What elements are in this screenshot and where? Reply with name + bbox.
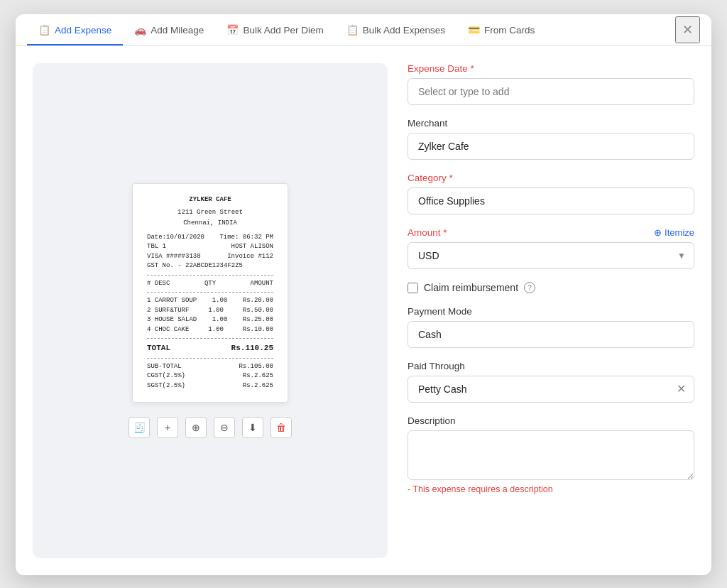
add-mileage-icon: 🚗 bbox=[134, 24, 146, 36]
amount-label-row: Amount * ⊕ Itemize bbox=[408, 227, 694, 238]
currency-select[interactable]: USD EUR GBP INR bbox=[408, 242, 694, 269]
receipt-address2: Chennai, INDIA bbox=[147, 219, 273, 229]
add-receipt-button[interactable]: + bbox=[157, 417, 178, 438]
category-group: Category * bbox=[408, 173, 694, 214]
receipt-sgst-value: Rs.2.625 bbox=[243, 381, 273, 391]
receipt-divider-4 bbox=[147, 358, 273, 359]
receipt-item-2: 2 SURF&TURF 1.00 Rs.50.00 bbox=[147, 306, 273, 316]
receipt-date-time: Date:10/01/2020 Time: 06:32 PM bbox=[147, 233, 273, 243]
tab-bulk-add-expenses[interactable]: 📋 Bulk Add Expenses bbox=[335, 14, 457, 45]
bulk-expenses-icon: 📋 bbox=[346, 24, 359, 36]
receipt-restaurant: ZYLKER CAFE bbox=[147, 195, 273, 205]
category-label: Category * bbox=[408, 173, 694, 183]
payment-mode-label: Payment Mode bbox=[408, 306, 694, 317]
receipt-view-button[interactable]: 🧾 bbox=[129, 417, 150, 438]
payment-mode-group: Payment Mode bbox=[408, 306, 694, 348]
claim-reimbursement-group: Claim reimbursement ? bbox=[408, 282, 694, 293]
itemize-link[interactable]: ⊕ Itemize bbox=[654, 227, 694, 238]
merchant-label: Merchant bbox=[408, 118, 694, 129]
expense-modal: 📋 Add Expense 🚗 Add Mileage 📅 Bulk Add P… bbox=[16, 14, 711, 575]
description-group: Description - This expense requires a de… bbox=[408, 415, 694, 494]
receipt-gst: GST No. - 22ABCDE1234F2Z5 bbox=[147, 261, 273, 271]
paid-through-label: Paid Through bbox=[408, 361, 694, 371]
col-qty: QTY bbox=[204, 279, 216, 289]
from-cards-icon: 💳 bbox=[468, 24, 480, 36]
receipt-host: HOST ALISON bbox=[231, 242, 273, 252]
category-input[interactable] bbox=[408, 187, 694, 214]
receipt-total-label: TOTAL bbox=[147, 342, 170, 354]
help-icon[interactable]: ? bbox=[524, 282, 535, 293]
download-button[interactable]: ⬇ bbox=[242, 417, 263, 438]
expense-date-group: Expense Date * bbox=[408, 63, 694, 105]
receipt-time: Time: 06:32 PM bbox=[219, 233, 273, 243]
receipt-divider-2 bbox=[147, 292, 273, 293]
receipt-subtotal-label: SUB-TOTAL bbox=[147, 362, 182, 372]
claim-reimbursement-label: Claim reimbursement bbox=[424, 282, 518, 293]
col-amount: AMOUNT bbox=[251, 279, 273, 289]
tab-bar: 📋 Add Expense 🚗 Add Mileage 📅 Bulk Add P… bbox=[16, 14, 711, 46]
claim-reimbursement-checkbox[interactable] bbox=[408, 283, 418, 293]
description-label: Description bbox=[408, 415, 694, 426]
paid-through-group: Paid Through ✕ bbox=[408, 361, 694, 403]
receipt-cgst-value: Rs.2.625 bbox=[243, 371, 273, 381]
col-desc: # DESC bbox=[147, 279, 170, 289]
receipt-address1: 1211 Green Street bbox=[147, 208, 273, 218]
paid-through-clear-button[interactable]: ✕ bbox=[677, 383, 686, 395]
zoom-out-button[interactable]: ⊖ bbox=[214, 417, 235, 438]
expense-date-input[interactable] bbox=[408, 78, 694, 105]
receipt-col-headers: # DESC QTY AMOUNT bbox=[147, 279, 273, 289]
expense-date-label: Expense Date * bbox=[408, 63, 694, 74]
itemize-label: Itemize bbox=[665, 227, 694, 238]
receipt-total-row: TOTAL Rs.110.25 bbox=[147, 342, 273, 354]
receipt-card: ZYLKER CAFE 1211 Green Street Chennai, I… bbox=[132, 183, 288, 403]
description-textarea[interactable] bbox=[408, 430, 694, 480]
receipt-divider-1 bbox=[147, 275, 273, 276]
amount-label: Amount * bbox=[408, 227, 447, 238]
itemize-icon: ⊕ bbox=[654, 227, 662, 238]
paid-through-wrap: ✕ bbox=[408, 376, 694, 403]
receipt-card-invoice: VISA #####3138 Invoice #112 bbox=[147, 252, 273, 262]
payment-mode-input[interactable] bbox=[408, 321, 694, 348]
zoom-in-button[interactable]: ⊕ bbox=[185, 417, 207, 438]
tab-add-expense[interactable]: 📋 Add Expense bbox=[27, 14, 123, 45]
tab-bulk-add-expenses-label: Bulk Add Expenses bbox=[363, 25, 445, 36]
receipt-item-1: 1 CARROT SOUP 1.00 Rs.20.00 bbox=[147, 296, 273, 306]
receipt-toolbar: 🧾 + ⊕ ⊖ ⬇ 🗑 bbox=[129, 417, 292, 438]
receipt-cgst-label: CGST(2.5%) bbox=[147, 371, 185, 381]
receipt-table-host: TBL 1 HOST ALISON bbox=[147, 242, 273, 252]
tab-bulk-add-per-diem[interactable]: 📅 Bulk Add Per Diem bbox=[215, 14, 334, 45]
receipt-cgst-row: CGST(2.5%) Rs.2.625 bbox=[147, 371, 273, 381]
receipt-sgst-row: SGST(2.5%) Rs.2.625 bbox=[147, 381, 273, 391]
tab-from-cards-label: From Cards bbox=[484, 25, 535, 36]
bulk-per-diem-icon: 📅 bbox=[226, 24, 239, 36]
receipt-subtotal-value: Rs.105.00 bbox=[239, 362, 273, 372]
receipt-item-3: 3 HOUSE SALAD 1.00 Rs.25.00 bbox=[147, 315, 273, 325]
tab-from-cards[interactable]: 💳 From Cards bbox=[457, 14, 546, 45]
receipt-table: TBL 1 bbox=[147, 242, 166, 252]
modal-body: ZYLKER CAFE 1211 Green Street Chennai, I… bbox=[16, 46, 711, 575]
tab-add-mileage[interactable]: 🚗 Add Mileage bbox=[123, 14, 215, 45]
delete-button[interactable]: 🗑 bbox=[270, 417, 292, 438]
receipt-sgst-label: SGST(2.5%) bbox=[147, 381, 185, 391]
receipt-card-num: VISA #####3138 bbox=[147, 252, 201, 262]
tab-add-expense-label: Add Expense bbox=[55, 25, 111, 36]
receipt-subtotal-row: SUB-TOTAL Rs.105.00 bbox=[147, 362, 273, 372]
description-error: - This expense requires a description bbox=[408, 484, 694, 494]
currency-select-wrap: USD EUR GBP INR ▼ bbox=[408, 242, 694, 269]
tab-add-mileage-label: Add Mileage bbox=[151, 25, 204, 36]
add-expense-icon: 📋 bbox=[38, 24, 50, 36]
receipt-divider-3 bbox=[147, 338, 273, 339]
merchant-group: Merchant bbox=[408, 118, 694, 160]
merchant-input[interactable] bbox=[408, 133, 694, 160]
receipt-item-4: 4 CHOC CAKE 1.00 Rs.10.00 bbox=[147, 325, 273, 335]
receipt-date: Date:10/01/2020 bbox=[147, 233, 204, 243]
receipt-total-value: Rs.110.25 bbox=[231, 342, 273, 354]
form-area: Expense Date * Merchant Category * bbox=[408, 63, 694, 558]
receipt-area: ZYLKER CAFE 1211 Green Street Chennai, I… bbox=[33, 63, 388, 558]
tab-bulk-add-per-diem-label: Bulk Add Per Diem bbox=[243, 25, 323, 36]
close-button[interactable]: ✕ bbox=[675, 16, 700, 43]
amount-group: Amount * ⊕ Itemize USD EUR GBP INR ▼ bbox=[408, 227, 694, 269]
paid-through-input[interactable] bbox=[408, 376, 694, 403]
receipt-invoice: Invoice #112 bbox=[227, 252, 273, 262]
